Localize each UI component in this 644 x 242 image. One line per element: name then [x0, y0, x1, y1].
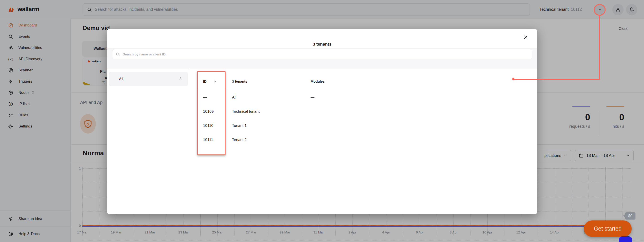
tenant-table-row[interactable]: 10110Tenant 1	[107, 118, 537, 133]
tenant-group-label: All	[119, 77, 123, 81]
tenant-table-row[interactable]: 10111Tenant 2	[107, 133, 537, 147]
get-started-label: Get started	[594, 226, 622, 232]
tenant-group-count: 3	[180, 77, 182, 81]
modal-divider	[107, 69, 537, 69]
tenant-group-item-all[interactable]: All 3	[109, 72, 188, 86]
tenant-search[interactable]	[112, 49, 532, 59]
chat-launcher-icon[interactable]	[619, 236, 632, 242]
get-started-button[interactable]: Get started	[584, 220, 632, 237]
column-header-modules[interactable]: Modules	[310, 80, 325, 84]
tenant-name-cell: Tenant 2	[232, 138, 246, 142]
table-header-divider	[198, 89, 528, 89]
annotation-line-horizontal	[514, 79, 600, 80]
tenant-table-row[interactable]: 10109Technical tenant	[107, 104, 537, 118]
tenant-search-input[interactable]	[123, 52, 529, 56]
tenant-modules-cell: —	[310, 95, 314, 100]
intercom-badge-text: $0	[628, 214, 632, 218]
annotation-circle	[594, 4, 606, 16]
modal-title: 3 tenants	[107, 42, 537, 47]
column-header-tenants[interactable]: 3 tenants	[232, 80, 247, 84]
modal-close-button[interactable]	[523, 34, 529, 40]
tenants-modal: 3 tenants All 3 ID 3 tenants Modules —Al…	[107, 29, 537, 214]
tenant-table-row[interactable]: —All—	[107, 90, 537, 104]
tenant-name-cell: Technical tenant	[232, 109, 260, 114]
tenant-table-body: —All—10109Technical tenant10110Tenant 11…	[107, 90, 537, 147]
annotation-rectangle	[197, 71, 226, 155]
annotation-arrowhead	[512, 77, 514, 81]
annotation-line-vertical	[599, 16, 600, 80]
tenant-name-cell: All	[232, 95, 236, 100]
intercom-message-badge[interactable]: $0	[625, 212, 636, 220]
tenant-name-cell: Tenant 1	[232, 124, 246, 128]
close-icon	[523, 35, 528, 40]
search-icon	[116, 52, 120, 57]
